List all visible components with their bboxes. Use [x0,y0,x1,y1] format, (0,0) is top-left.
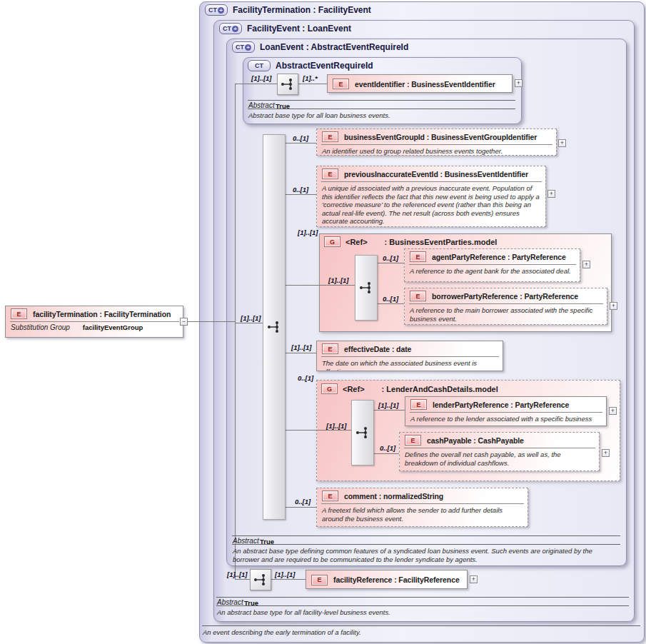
expand-handle[interactable]: + [582,261,590,268]
element-doc: A unique id associated with a previous i… [317,182,545,226]
group-header-lender-and-cash-details: G <Ref> : LenderAndCashDetails.model [321,383,498,394]
element-comment[interactable]: Ecomment : normalizedString A freetext f… [316,488,528,527]
ct-header-abstract-event-require-id: CT AbstractEventRequireId [248,60,373,71]
connector-line [284,194,316,195]
element-title: cashPayable : CashPayable [427,436,524,445]
connector-line [235,84,236,579]
element-icon: E [333,79,349,89]
expand-handle[interactable]: + [515,79,523,87]
ct-expand-badge-icon: + [218,7,224,14]
expand-handle[interactable]: + [558,139,566,147]
ct-title: FacilityEvent : LoanEvent [247,24,351,34]
complex-type-icon: CT [248,60,271,71]
element-cashPayable[interactable]: EcashPayable : CashPayable Defines the o… [399,432,600,471]
complex-type-icon: CT+ [232,41,255,53]
ct-doc: An event describing the early terminatio… [203,628,631,637]
connector-line [188,321,235,322]
ct-header-loan-event: CT+ LoanEvent : AbstractEventRequireId [232,41,408,53]
sequence-bar [355,255,378,321]
substitution-group-label: Substitution Group [11,323,70,331]
expand-handle[interactable]: + [470,575,478,583]
abstract-value: True [260,538,274,545]
ct-title: AbstractEventRequireId [276,61,373,71]
element-eventIdentifier[interactable]: EeventIdentifier : BusinessEventIdentifi… [327,74,513,93]
expand-handle[interactable]: + [602,449,610,457]
group-ref-label: <Ref> [343,385,365,393]
element-doc: Defines the overall net cash payable, as… [400,448,599,467]
cardinality-label: [1]..[1] [298,228,318,236]
sequence-icon [250,569,271,590]
expand-handle[interactable]: + [610,302,617,310]
element-doc: A reference to the agent bank for the as… [405,265,580,276]
cardinality-label: 0..[1] [293,134,308,142]
cardinality-label: 0..[1] [380,444,395,452]
element-icon: E [322,168,338,179]
complex-type-icon: CT+ [205,4,228,16]
sequence-bar [263,134,286,520]
separator [232,544,620,545]
collapse-handle[interactable]: − [180,318,188,326]
cardinality-label: [1]..[1] [291,343,312,351]
element-facilityReference[interactable]: EfacilityReference : FacilityReference [306,570,468,589]
element-title: borrowerPartyReference : PartyReference [432,292,578,301]
expand-handle[interactable]: + [609,407,617,415]
element-borrowerPartyReference[interactable]: EborrowerPartyReference : PartyReference… [404,288,607,325]
connector-line [235,579,250,580]
cardinality-label: 0..[1] [293,186,308,193]
element-businessEventGroupId[interactable]: EbusinessEventGroupId : BusinessEventGro… [316,129,557,156]
element-icon: E [410,291,426,301]
complex-type-icon: CT+ [219,23,242,34]
element-title: lenderPartyReference : PartyReference [433,401,569,409]
separator [202,625,640,626]
element-icon: E [322,343,338,354]
substitution-group-value: facilityEventGroup [83,323,143,331]
cardinality-label: [1]..[1] [275,570,296,578]
schema-diagram: CT+ FacilityTermination : FacilityEvent … [0,0,646,644]
connector-line [284,430,351,431]
connector-line [376,263,404,263]
element-icon: E [410,251,426,262]
ct-header-facility-event: CT+ FacilityEvent : LoanEvent [219,23,351,34]
group-type-label: : LenderAndCashDetails.model [382,385,498,393]
connector-line [373,410,405,411]
element-doc: A reference to the main borrower associa… [405,304,607,323]
group-type-label: : BusinessEventParties.model [385,238,498,246]
element-doc: A reference to the lender associated wit… [405,413,606,426]
separator [216,597,629,598]
connector-line [284,143,316,144]
element-title: eventIdentifier : BusinessEventIdentifie… [355,80,495,89]
separator [248,100,515,101]
group-icon: G [321,383,338,394]
connector-line [235,323,263,323]
element-effectiveDate[interactable]: EeffectiveDate : date The date on which … [316,341,503,371]
element-title: previousInaccurateEventId : BusinessEven… [344,170,528,178]
ct-doc: An abstract base type for all facility-l… [217,608,624,617]
element-previousInaccurateEventId[interactable]: EpreviousInaccurateEventId : BusinessEve… [316,166,546,227]
expand-handle[interactable]: + [547,190,555,198]
separator [216,605,629,606]
element-icon: E [11,308,27,319]
element-doc: The date on which the associated busines… [317,357,503,371]
separator [232,535,620,536]
element-title: comment : normalizedString [344,492,443,500]
element-icon: E [322,490,338,501]
element-title: agentPartyReference : PartyReference [432,253,566,261]
connector-line [235,84,277,84]
element-facilityTermination[interactable]: E facilityTermination : FacilityTerminat… [5,306,183,338]
element-title: facilityReference : FacilityReference [333,575,460,584]
abstract-value: True [276,102,290,110]
element-icon: E [311,575,328,585]
ct-doc: Abstract base type for all loan business… [248,111,513,120]
abstract-label: Abstract [233,537,259,545]
connector-line [376,303,404,304]
connector-line [284,507,316,508]
cardinality-label: [1]..[1] [328,276,349,284]
ct-expand-badge-icon: + [245,44,251,51]
element-lenderPartyReference[interactable]: ElenderPartyReference : PartyReference A… [405,396,607,426]
connector-line [297,84,327,84]
element-title: effectiveDate : date [344,345,411,353]
connector-line [284,285,355,286]
element-agentPartyReference[interactable]: EagentPartyReference : PartyReference A … [404,248,580,282]
cardinality-label: 0..[1] [383,254,398,262]
group-ref-label: <Ref> [345,238,368,246]
